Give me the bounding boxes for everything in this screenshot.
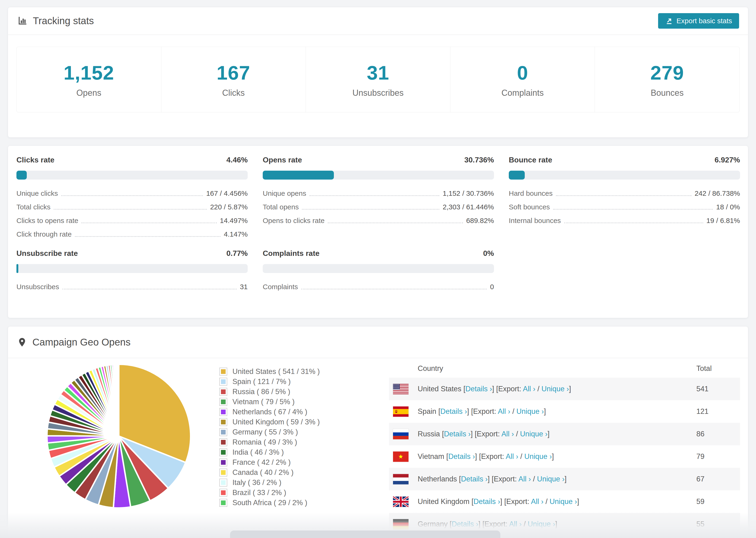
country-name: Spain — [418, 407, 436, 415]
column-header-country: Country — [418, 364, 443, 373]
legend-item[interactable]: United Kingdom ( 59 / 3% ) — [219, 417, 320, 427]
rate-head: Unsubscribe rate 0.77% — [17, 248, 248, 258]
rate-stat-row: Complaints0 — [263, 282, 494, 291]
stat-complaints: 0 Complaints — [450, 47, 595, 112]
details-link[interactable]: Details › — [448, 452, 475, 460]
rate-stat-label: Click through rate — [17, 230, 72, 239]
dotted-leader — [556, 195, 691, 196]
legend-swatch — [219, 408, 227, 416]
flag-icon-gb — [393, 497, 408, 507]
export-unique-link[interactable]: Unique › — [550, 497, 577, 506]
geo-table-header: Country Total — [389, 359, 740, 378]
tracking-stats-card: Tracking stats Export basic stats 1,152 … — [8, 7, 748, 137]
rate-stat-row: Total opens2,303 / 61.446% — [263, 202, 494, 211]
row-total: 67 — [696, 475, 740, 483]
progress-bar — [17, 264, 248, 273]
geo-table-rows: United States [Details ›] [Export: All ›… — [389, 378, 740, 535]
legend-item[interactable]: Brazil ( 33 / 2% ) — [219, 488, 320, 498]
export-unique-link[interactable]: Unique › — [537, 475, 565, 483]
rate-stat-row: Soft bounces18 / 0% — [509, 202, 740, 211]
rate-stat-row: Total clicks220 / 5.87% — [17, 202, 248, 211]
row-total: 86 — [696, 430, 740, 438]
rate-stat-row: Unsubscribes31 — [17, 282, 248, 291]
export-all-link[interactable]: All › — [498, 407, 510, 415]
rate-title: Opens rate — [263, 155, 302, 165]
stat-label: Complaints — [502, 88, 544, 98]
legend-label: Spain ( 121 / 7% ) — [233, 377, 291, 386]
legend-item[interactable]: India ( 46 / 3% ) — [219, 447, 320, 457]
progress-fill — [263, 171, 334, 180]
geo-pie-chart[interactable] — [44, 361, 194, 511]
progress-fill — [17, 171, 27, 180]
dotted-leader — [564, 223, 703, 223]
rate-stat-label: Soft bounces — [509, 202, 550, 211]
export-unique-link[interactable]: Unique › — [524, 452, 552, 460]
rate-value: 30.736% — [464, 155, 494, 165]
legend-item[interactable]: Netherlands ( 67 / 4% ) — [219, 407, 320, 417]
rate-stat-row: Hard bounces242 / 86.738% — [509, 189, 740, 198]
geo-legend: United States ( 541 / 31% )Spain ( 121 /… — [219, 366, 320, 508]
progress-bar — [509, 171, 740, 180]
flag-icon-vn — [393, 452, 408, 462]
country-name: United Kingdom — [418, 497, 469, 506]
rate-stat-label: Total clicks — [17, 202, 50, 211]
table-row: Netherlands [Details ›] [Export: All › /… — [389, 468, 740, 490]
export-unique-link[interactable]: Unique › — [520, 430, 548, 438]
rate-stat-label: Total opens — [263, 202, 298, 211]
legend-item[interactable]: Vietnam ( 79 / 5% ) — [219, 397, 320, 407]
rate-stat-label: Unsubscribes — [17, 282, 59, 291]
dotted-leader — [75, 236, 220, 237]
map-pin-icon — [17, 337, 27, 348]
table-row: United States [Details ›] [Export: All ›… — [389, 378, 740, 400]
export-all-link[interactable]: All › — [531, 497, 543, 506]
export-all-link[interactable]: All › — [506, 452, 518, 460]
progress-bar — [263, 264, 494, 273]
export-button-label: Export basic stats — [676, 17, 732, 25]
legend-swatch — [219, 418, 227, 426]
rate-stat-value: 4.147% — [224, 230, 248, 239]
rate-stat-value: 31 — [240, 282, 248, 291]
column-header-total: Total — [696, 364, 740, 373]
legend-item[interactable]: Canada ( 40 / 2% ) — [219, 467, 320, 477]
rate-stat-row: Opens to clicks rate689.82% — [263, 216, 494, 225]
legend-item[interactable]: Italy ( 36 / 2% ) — [219, 477, 320, 488]
legend-item[interactable]: Spain ( 121 / 7% ) — [219, 377, 320, 387]
rate-stat-row: Internal bounces19 / 6.81% — [509, 216, 740, 225]
stat-opens: 1,152 Opens — [17, 47, 161, 112]
export-basic-stats-button[interactable]: Export basic stats — [658, 13, 739, 28]
country-name: Vietnam — [418, 452, 444, 460]
stat-value: 31 — [367, 62, 389, 84]
rate-stat-value: 1,152 / 30.736% — [443, 189, 494, 198]
details-link[interactable]: Details › — [461, 475, 488, 483]
details-link[interactable]: Details › — [441, 407, 467, 415]
legend-item[interactable]: Germany ( 55 / 3% ) — [219, 427, 320, 437]
legend-swatch — [219, 428, 227, 436]
export-all-link[interactable]: All › — [518, 475, 531, 483]
rate-head: Complaints rate 0% — [263, 248, 494, 258]
country-name: Netherlands — [418, 475, 457, 483]
table-row: Spain [Details ›] [Export: All › / Uniqu… — [389, 400, 740, 423]
rate-stat-label: Unique opens — [263, 189, 306, 198]
tracking-stats-header: Tracking stats Export basic stats — [8, 7, 748, 35]
legend-item[interactable]: South Africa ( 29 / 2% ) — [219, 498, 320, 508]
legend-item[interactable]: France ( 42 / 2% ) — [219, 457, 320, 467]
details-link[interactable]: Details › — [473, 497, 500, 506]
export-unique-link[interactable]: Unique › — [516, 407, 544, 415]
row-total: 79 — [696, 452, 740, 461]
geo-opens-card: Campaign Geo Opens United States ( 541 /… — [8, 326, 748, 538]
legend-item[interactable]: Russia ( 86 / 5% ) — [219, 387, 320, 397]
legend-item[interactable]: Romania ( 49 / 3% ) — [219, 437, 320, 447]
bottom-overlay — [230, 530, 500, 538]
details-link[interactable]: Details › — [444, 430, 471, 438]
legend-label: Vietnam ( 79 / 5% ) — [233, 398, 295, 406]
export-unique-link[interactable]: Unique › — [541, 385, 569, 393]
export-all-link[interactable]: All › — [502, 430, 514, 438]
legend-item[interactable]: United States ( 541 / 31% ) — [219, 366, 320, 377]
details-link[interactable]: Details › — [465, 385, 492, 393]
rate-rows: Unique opens1,152 / 30.736%Total opens2,… — [263, 189, 494, 225]
rate-stat-label: Complaints — [263, 282, 298, 291]
export-all-link[interactable]: All › — [523, 385, 535, 393]
rate-stat-row: Clicks to opens rate14.497% — [17, 216, 248, 225]
rate-title: Clicks rate — [17, 155, 54, 165]
legend-swatch — [219, 438, 227, 446]
